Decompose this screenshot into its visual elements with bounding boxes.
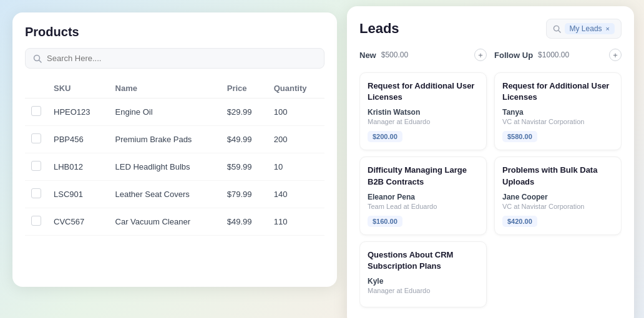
lead-person: Kristin Watson	[368, 108, 479, 117]
row-price: $29.99	[221, 99, 268, 126]
row-quantity: 10	[268, 153, 324, 181]
column-header: Follow Up $1000.00 +	[494, 49, 622, 66]
row-name: Car Vacuum Cleaner	[109, 208, 221, 236]
leads-title: Leads	[359, 21, 399, 37]
search-icon	[33, 54, 42, 63]
products-panel: Products SKU Name Price Quantity HPEO123	[12, 12, 337, 287]
products-table: SKU Name Price Quantity HPEO123 Engine O…	[25, 79, 324, 236]
row-sku: PBP456	[47, 126, 109, 153]
leads-panel: Leads My Leads × New $500.00 + Request f…	[347, 6, 634, 318]
lead-card[interactable]: Problems with Bulk Data Uploads Jane Coo…	[494, 157, 622, 234]
table-row: PBP456 Premium Brake Pads $49.99 200	[25, 126, 324, 153]
row-sku: CVC567	[47, 208, 109, 236]
col-header-name: Name	[109, 79, 221, 99]
leads-column: Follow Up $1000.00 + Request for Additio…	[494, 49, 622, 314]
svg-line-1	[39, 60, 42, 62]
lead-amount-badge: $580.00	[502, 131, 537, 142]
row-sku: LHB012	[47, 153, 109, 181]
col-header-sku: SKU	[47, 79, 109, 99]
row-quantity: 110	[268, 208, 324, 236]
lead-card[interactable]: Difficulty Managing Large B2B Contracts …	[359, 157, 487, 234]
row-price: $79.99	[221, 181, 268, 208]
filter-tag-label: My Leads	[570, 24, 602, 33]
row-quantity: 140	[268, 181, 324, 208]
leads-search-bar[interactable]: My Leads ×	[546, 19, 622, 39]
table-row: CVC567 Car Vacuum Cleaner $49.99 110	[25, 208, 324, 236]
col-header-quantity: Quantity	[268, 79, 324, 99]
lead-amount-badge: $200.00	[368, 131, 402, 142]
row-price: $49.99	[221, 208, 268, 236]
lead-card-title: Request for Additional User Licenses	[502, 80, 613, 103]
lead-card[interactable]: Request for Additional User Licenses Kri…	[359, 72, 487, 150]
search-input[interactable]	[47, 54, 316, 63]
row-price: $49.99	[221, 126, 268, 153]
column-add-button[interactable]: +	[609, 49, 622, 61]
table-row: LSC901 Leather Seat Covers $79.99 140	[25, 181, 324, 208]
row-sku: LSC901	[47, 181, 109, 208]
lead-amount-badge: $420.00	[502, 216, 537, 227]
lead-card-title: Problems with Bulk Data Uploads	[502, 165, 613, 187]
leads-header: Leads My Leads ×	[359, 19, 622, 39]
col-header-checkbox	[25, 79, 47, 99]
row-name: Engine Oil	[109, 99, 221, 126]
lead-card-title: Questions About CRM Subscription Plans	[368, 249, 479, 272]
row-sku: HPEO123	[47, 99, 109, 126]
column-amount: $500.00	[381, 51, 408, 59]
row-quantity: 100	[268, 99, 324, 126]
lead-person: Tanya	[502, 108, 613, 117]
row-checkbox[interactable]	[25, 153, 47, 181]
filter-tag-close[interactable]: ×	[606, 25, 610, 32]
lead-company: Manager at Eduardo	[368, 118, 479, 125]
lead-person: Jane Cooper	[502, 193, 613, 201]
lead-person: Kyle	[368, 277, 479, 286]
lead-company: VC at Navistar Corporation	[502, 203, 613, 210]
column-amount: $1000.00	[538, 51, 569, 59]
col-header-price: Price	[221, 79, 268, 99]
column-header-left: New $500.00	[359, 51, 408, 60]
search-bar[interactable]	[25, 48, 324, 69]
row-checkbox[interactable]	[25, 181, 47, 208]
column-header-left: Follow Up $1000.00	[494, 51, 569, 60]
row-checkbox[interactable]	[25, 208, 47, 236]
lead-card-title: Request for Additional User Licenses	[368, 80, 479, 103]
row-name: LED Headlight Bulbs	[109, 153, 221, 181]
lead-company: VC at Navistar Corporation	[502, 118, 613, 125]
lead-company: Manager at Eduardo	[368, 287, 479, 294]
row-checkbox[interactable]	[25, 99, 47, 126]
column-title: Follow Up	[494, 51, 533, 60]
table-row: HPEO123 Engine Oil $29.99 100	[25, 99, 324, 126]
lead-card-title: Difficulty Managing Large B2B Contracts	[368, 165, 479, 187]
lead-person: Eleanor Pena	[368, 193, 479, 201]
column-header: New $500.00 +	[359, 49, 487, 66]
row-checkbox[interactable]	[25, 126, 47, 153]
products-title: Products	[25, 25, 324, 39]
leads-column: New $500.00 + Request for Additional Use…	[359, 49, 487, 314]
lead-card[interactable]: Questions About CRM Subscription Plans K…	[359, 241, 487, 307]
row-quantity: 200	[268, 126, 324, 153]
table-row: LHB012 LED Headlight Bulbs $59.99 10	[25, 153, 324, 181]
lead-card[interactable]: Request for Additional User Licenses Tan…	[494, 72, 622, 150]
filter-tag[interactable]: My Leads ×	[565, 23, 615, 34]
leads-search-icon	[553, 25, 561, 33]
column-add-button[interactable]: +	[474, 49, 487, 61]
row-name: Leather Seat Covers	[109, 181, 221, 208]
svg-line-3	[558, 30, 560, 32]
row-price: $59.99	[221, 153, 268, 181]
lead-amount-badge: $160.00	[368, 216, 402, 227]
row-name: Premium Brake Pads	[109, 126, 221, 153]
lead-company: Team Lead at Eduardo	[368, 203, 479, 210]
leads-columns: New $500.00 + Request for Additional Use…	[359, 49, 622, 314]
column-title: New	[359, 51, 376, 60]
